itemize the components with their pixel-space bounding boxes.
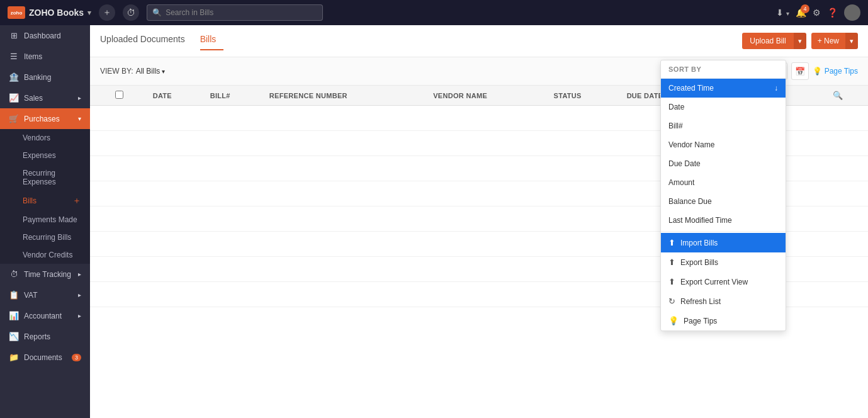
action-label: Import Bills — [680, 239, 718, 247]
sidebar-item-purchases[interactable]: 🛒 Purchases ▾ — [0, 108, 90, 129]
sort-option-amount[interactable]: Amount — [661, 173, 786, 192]
accountant-icon: 📊 — [9, 311, 19, 320]
documents-icon: 📁 — [9, 353, 19, 362]
topbar: zoho ZOHO Books ▾ ＋ ⏱ 🔍 Search in Bills … — [0, 0, 868, 25]
add-button[interactable]: ＋ — [99, 4, 115, 21]
page-tips-button[interactable]: 💡 Page Tips — [813, 67, 858, 76]
sidebar-item-sales[interactable]: 📈 Sales ▸ — [0, 88, 90, 108]
content-area: Uploaded Documents Bills Upload Bill ▾ +… — [90, 25, 868, 418]
user-avatar[interactable] — [844, 4, 860, 21]
sort-option-balance-due[interactable]: Balance Due — [661, 192, 786, 211]
sidebar-item-vendor-credits[interactable]: Vendor Credits — [0, 246, 90, 264]
sort-option-created-time[interactable]: Created Time ↓ — [661, 79, 786, 98]
sort-option-label: Created Time — [668, 84, 714, 93]
notifications-icon[interactable]: 🔔 4 — [796, 8, 806, 18]
select-all-checkbox[interactable] — [115, 91, 123, 99]
sidebar-item-recurring-bills[interactable]: Recurring Bills — [0, 229, 90, 246]
action-label: Refresh List — [680, 297, 721, 306]
action-import-bills[interactable]: ⬆ Import Bills — [661, 233, 786, 252]
page-tips-dropdown-icon: 💡 — [668, 316, 679, 325]
settings-icon[interactable]: ⚙ — [813, 8, 821, 18]
sort-option-due-date[interactable]: Due Date — [661, 154, 786, 173]
vat-chevron-icon: ▸ — [78, 291, 81, 298]
tab-uploaded-documents[interactable]: Uploaded Documents — [100, 31, 193, 50]
sidebar-label-purchases: Purchases — [24, 115, 60, 123]
sidebar-item-expenses[interactable]: Expenses — [0, 147, 90, 164]
purchases-chevron-icon: ▾ — [78, 115, 81, 122]
sidebar-item-banking[interactable]: 🏦 Banking — [0, 67, 90, 88]
sort-option-last-modified[interactable]: Last Modified Time — [661, 211, 786, 230]
main-layout: ⊞ Dashboard ☰ Items 🏦 Banking 📈 Sales ▸ … — [0, 25, 868, 418]
sort-option-label: Balance Due — [668, 197, 712, 206]
sidebar-label-dashboard: Dashboard — [24, 31, 61, 40]
action-export-current-view[interactable]: ⬆ Export Current View — [661, 272, 786, 291]
sidebar-item-accountant[interactable]: 📊 Accountant ▸ — [0, 305, 90, 326]
purchases-submenu: Vendors Expenses Recurring Expenses Bill… — [0, 129, 90, 264]
action-label: Export Current View — [680, 278, 748, 286]
action-label: Page Tips — [684, 317, 717, 325]
col-status-header: STATUS — [548, 86, 621, 106]
sidebar-item-bills[interactable]: Bills ＋ — [0, 191, 90, 211]
dropdown-icon[interactable]: ⬇ ▾ — [776, 8, 789, 18]
app-logo[interactable]: zoho ZOHO Books ▾ — [8, 6, 91, 19]
col-vendor-header: VENDOR NAME — [427, 86, 547, 106]
time-tracking-icon: ⏱ — [9, 269, 19, 279]
search-placeholder: Search in Bills — [166, 8, 213, 17]
purchases-icon: 🛒 — [9, 114, 19, 123]
sidebar: ⊞ Dashboard ☰ Items 🏦 Banking 📈 Sales ▸ … — [0, 25, 90, 418]
logo-chevron-icon[interactable]: ▾ — [87, 9, 91, 17]
sidebar-item-dashboard[interactable]: ⊞ Dashboard — [0, 25, 90, 46]
col-date-header: DATE — [147, 86, 204, 106]
sidebar-label-reports: Reports — [24, 332, 50, 341]
view-by-label: VIEW BY: — [100, 67, 133, 76]
app-name: ZOHO Books — [29, 8, 84, 18]
topbar-right: ⬇ ▾ 🔔 4 ⚙ ❓ — [776, 4, 860, 21]
action-label: Export Bills — [680, 258, 718, 267]
dropdown-divider — [661, 231, 786, 232]
expenses-label: Expenses — [23, 151, 56, 160]
table-search-icon[interactable]: 🔍 — [833, 91, 843, 100]
export-current-view-icon: ⬆ — [668, 277, 675, 286]
sidebar-item-vat[interactable]: 📋 VAT ▸ — [0, 285, 90, 305]
search-box[interactable]: 🔍 Search in Bills — [147, 4, 323, 21]
history-button[interactable]: ⏱ — [123, 4, 139, 21]
vendor-credits-label: Vendor Credits — [23, 251, 72, 259]
action-page-tips[interactable]: 💡 Page Tips — [661, 311, 786, 330]
sort-option-bill-num[interactable]: Bill# — [661, 116, 786, 135]
sidebar-item-reports[interactable]: 📉 Reports — [0, 326, 90, 347]
sort-option-label: Date — [668, 103, 684, 111]
sort-indicator: ↓ — [774, 84, 778, 93]
sidebar-item-documents[interactable]: 📁 Documents 3 — [0, 347, 90, 368]
sidebar-label-sales: Sales — [24, 94, 43, 103]
sort-option-vendor-name[interactable]: Vendor Name — [661, 135, 786, 154]
sidebar-label-vat: VAT — [24, 291, 38, 300]
payments-made-label: Payments Made — [23, 215, 77, 224]
bills-plus-icon[interactable]: ＋ — [72, 195, 81, 206]
help-icon[interactable]: ❓ — [827, 8, 838, 18]
calendar-button[interactable]: 📅 — [791, 62, 809, 80]
sidebar-item-payments-made[interactable]: Payments Made — [0, 211, 90, 229]
sidebar-item-vendors[interactable]: Vendors — [0, 129, 90, 147]
banking-icon: 🏦 — [9, 72, 19, 82]
view-by-chevron-icon: ▾ — [162, 68, 165, 75]
sidebar-item-items[interactable]: ☰ Items — [0, 46, 90, 67]
new-bill-chevron[interactable]: ▾ — [845, 33, 858, 49]
tab-bills[interactable]: Bills — [200, 31, 224, 50]
sidebar-item-recurring-expenses[interactable]: Recurring Expenses — [0, 164, 90, 191]
upload-bill-chevron[interactable]: ▾ — [794, 33, 806, 49]
view-by-select[interactable]: All Bills ▾ — [136, 67, 166, 76]
sort-option-label: Bill# — [668, 121, 683, 130]
col-search-header[interactable]: 🔍 — [826, 86, 868, 106]
bills-label: Bills — [23, 196, 37, 205]
new-bill-button[interactable]: + New — [811, 33, 845, 49]
search-icon: 🔍 — [152, 8, 162, 17]
sales-chevron-icon: ▸ — [78, 94, 81, 101]
sort-dropdown-header: SORT BY — [661, 60, 786, 79]
action-export-bills[interactable]: ⬆ Export Bills — [661, 252, 786, 272]
action-refresh-list[interactable]: ↻ Refresh List — [661, 291, 786, 311]
col-checkbox-header[interactable] — [109, 86, 147, 106]
sort-option-date[interactable]: Date — [661, 98, 786, 116]
page-tips-label: Page Tips — [825, 67, 858, 76]
upload-bill-button[interactable]: Upload Bill — [742, 33, 793, 49]
sidebar-item-time-tracking[interactable]: ⏱ Time Tracking ▸ — [0, 264, 90, 285]
